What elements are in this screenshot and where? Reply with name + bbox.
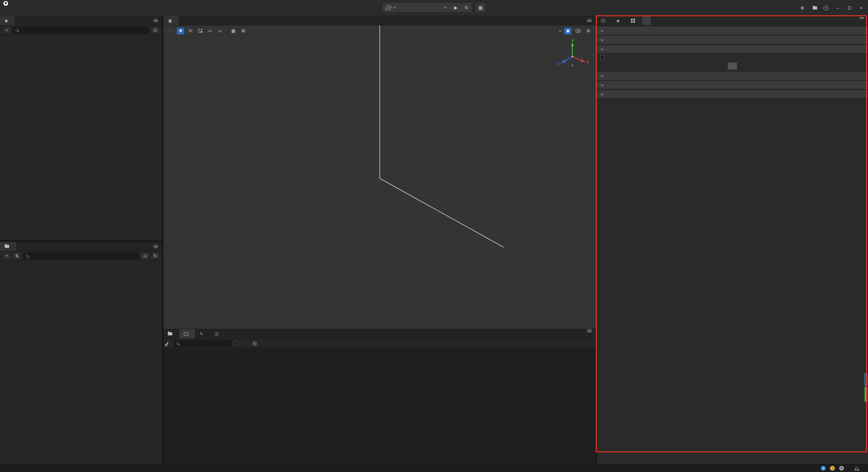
section-resource-config[interactable] bbox=[597, 45, 868, 53]
section-basic-config[interactable] bbox=[597, 27, 868, 35]
panel-menu-icon[interactable] bbox=[587, 19, 592, 22]
save-button[interactable] bbox=[728, 62, 737, 70]
layers-icon: ◆ bbox=[5, 18, 8, 23]
tab-animation-editor[interactable]: ✎ bbox=[195, 329, 210, 338]
filter-bars-icon bbox=[154, 29, 157, 32]
scene-settings-button[interactable]: ⚙ bbox=[585, 27, 592, 35]
paper-plane-icon: ▶ bbox=[616, 18, 621, 23]
panel-menu-icon[interactable] bbox=[154, 19, 158, 22]
console-log-list bbox=[163, 348, 596, 464]
device-preview-button[interactable]: ▦ bbox=[475, 2, 486, 13]
window-maximize-button[interactable] bbox=[847, 5, 852, 11]
bell-icon bbox=[855, 467, 858, 470]
title-bar: ▶ ↻ ▦ ⚙ ? – × bbox=[0, 0, 868, 16]
lightbulb-icon bbox=[567, 29, 569, 32]
section-solutions[interactable] bbox=[597, 90, 868, 98]
axis-gizmo[interactable]: Y X Z bbox=[556, 39, 590, 73]
scene-grid bbox=[163, 25, 596, 329]
lighting-toggle-button[interactable] bbox=[564, 27, 572, 35]
create-asset-button[interactable]: + bbox=[3, 253, 11, 259]
camera-icon bbox=[576, 29, 580, 33]
tab-build-publish[interactable]: ▶ bbox=[612, 16, 627, 25]
warning-count[interactable]: ! bbox=[830, 466, 836, 471]
reload-button[interactable]: ↻ bbox=[461, 3, 472, 12]
console-search[interactable] bbox=[174, 340, 231, 347]
filter-icon[interactable] bbox=[151, 27, 159, 34]
sort-icon[interactable]: ⇅ bbox=[13, 253, 21, 259]
move-tool-button[interactable]: ✚ bbox=[177, 27, 184, 35]
scene-viewport[interactable]: ✚ ↻ ▭ ▱ ▦ ⊞ ⚙ bbox=[163, 25, 596, 329]
remote-load-checkbox-row[interactable] bbox=[597, 53, 868, 61]
build-icon: ⚙ bbox=[800, 5, 804, 11]
camera-settings-button[interactable] bbox=[574, 27, 583, 35]
status-bar: i ! × bbox=[0, 464, 868, 472]
open-project-folder-icon[interactable] bbox=[813, 6, 817, 9]
pivot-toggle-button[interactable]: ▦ bbox=[229, 27, 237, 35]
checkbox-icon bbox=[600, 55, 604, 59]
build-publish-button[interactable]: ⚙ bbox=[800, 5, 806, 11]
section-module-strip[interactable] bbox=[597, 72, 868, 80]
save-row bbox=[597, 61, 868, 71]
section-i18n-config[interactable] bbox=[597, 36, 868, 44]
create-node-button[interactable]: + bbox=[3, 27, 11, 34]
scale-tool-button[interactable] bbox=[196, 27, 204, 35]
rect-tool-button[interactable]: ▭ bbox=[206, 27, 214, 35]
tab-animation-graph[interactable]: ◫ bbox=[210, 329, 225, 338]
render-mode-dropdown[interactable] bbox=[556, 29, 562, 33]
help-icon[interactable]: ? bbox=[824, 6, 828, 11]
notification-count[interactable] bbox=[854, 467, 861, 470]
hierarchy-search[interactable] bbox=[13, 27, 149, 34]
window-close-button[interactable]: × bbox=[859, 5, 864, 11]
play-icon: ▶ bbox=[454, 5, 458, 10]
error-count[interactable]: × bbox=[839, 466, 846, 471]
cocos-creator-window: ▶ ↻ ▦ ⚙ ? – × ◆ + bbox=[0, 0, 868, 472]
transform-tool-button[interactable]: ▱ bbox=[216, 27, 224, 35]
console-search-input[interactable] bbox=[181, 341, 229, 346]
info-count[interactable]: i bbox=[821, 466, 827, 471]
panel-menu-icon[interactable] bbox=[154, 245, 158, 248]
scene-select-dropdown[interactable] bbox=[400, 3, 451, 12]
center-panel: ▣ ✚ ↻ bbox=[163, 16, 596, 464]
scene-editor-tab[interactable]: ▣ bbox=[163, 16, 179, 25]
scrollbar-thumb[interactable] bbox=[865, 373, 867, 386]
hierarchy-tab[interactable]: ◆ bbox=[0, 16, 15, 25]
filter-icon[interactable] bbox=[141, 253, 149, 259]
assets-search-input[interactable] bbox=[31, 253, 136, 259]
clear-console-button[interactable] bbox=[167, 342, 171, 345]
hierarchy-search-input[interactable] bbox=[20, 27, 146, 33]
search-icon bbox=[176, 342, 179, 345]
window-minimize-button[interactable]: – bbox=[835, 5, 840, 11]
preview-target-button[interactable] bbox=[383, 3, 400, 12]
panel-menu-icon[interactable] bbox=[860, 16, 864, 19]
divider bbox=[250, 341, 250, 346]
mode-3d-button[interactable] bbox=[167, 27, 175, 35]
assets-tab[interactable] bbox=[0, 242, 16, 251]
section-caret-icon bbox=[600, 83, 604, 87]
qr-icon: ▦ bbox=[478, 5, 482, 10]
svg-text:Z: Z bbox=[557, 62, 559, 66]
maximize-icon bbox=[848, 6, 851, 9]
tab-asset-preview[interactable] bbox=[163, 329, 179, 338]
play-button[interactable]: ▶ bbox=[451, 3, 461, 12]
section-doc-links[interactable] bbox=[597, 81, 868, 89]
tab-property-inspector[interactable] bbox=[597, 16, 612, 25]
coordinate-toggle-button[interactable]: ⊞ bbox=[239, 27, 247, 35]
tab-services[interactable] bbox=[627, 16, 642, 25]
refresh-icon[interactable]: ↻ bbox=[151, 253, 159, 259]
regex-checkbox[interactable] bbox=[234, 341, 240, 346]
checkbox-icon bbox=[234, 341, 238, 346]
panel-menu-icon[interactable] bbox=[587, 329, 592, 332]
console-tabbar: >_ ✎ ◫ bbox=[163, 329, 596, 339]
svg-text:X: X bbox=[586, 60, 589, 64]
scene-toolbar: ✚ ↻ ▭ ▱ ▦ ⊞ ⚙ bbox=[163, 25, 596, 36]
inspector-icon bbox=[601, 19, 605, 23]
animation-graph-icon: ◫ bbox=[215, 332, 218, 336]
tab-console[interactable]: >_ bbox=[179, 329, 195, 338]
inspector-tabbar: ▶ bbox=[597, 16, 868, 25]
assets-search[interactable] bbox=[23, 253, 139, 259]
hierarchy-header: ◆ bbox=[0, 16, 162, 25]
open-log-file-icon[interactable] bbox=[253, 341, 256, 346]
tab-framework-config[interactable] bbox=[642, 16, 651, 25]
scrollbar-thumb[interactable] bbox=[865, 387, 867, 402]
rotate-tool-button[interactable]: ↻ bbox=[186, 27, 194, 35]
